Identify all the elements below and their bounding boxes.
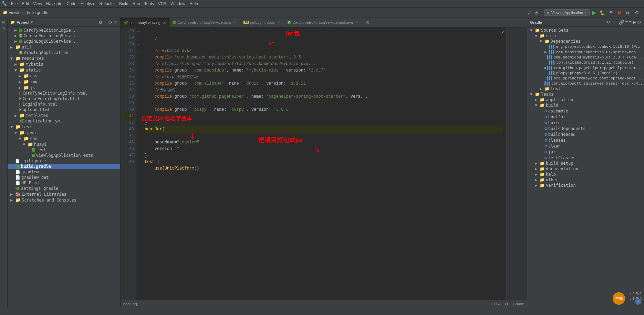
close-panel-icon[interactable]: ✕ — [114, 20, 117, 25]
gradle-task-build[interactable]: ⚙ build — [527, 120, 644, 126]
menu-tools[interactable]: Tools — [142, 1, 156, 7]
gradle-item-other[interactable]: ▶ 📁 other — [527, 177, 644, 183]
gradle-item-dependencies[interactable]: ▼ 📁 Dependencies — [527, 39, 644, 44]
menu-build[interactable]: Build — [117, 1, 131, 7]
tree-item-loginhtml[interactable]: H LoginInfo.html — [8, 101, 120, 107]
tab-getlogin[interactable]: JS getLoginInfo.js ✕ — [240, 18, 284, 27]
tree-item-cardtype[interactable]: ▶ I CardTypeEditorLogSe... — [8, 28, 120, 33]
sync-icon[interactable]: ⚙ — [98, 20, 103, 25]
tree-item-applicationyml[interactable]: 🌿 application.yml — [8, 118, 120, 124]
tree-item-coursehtml[interactable]: H CourseEdiorLogInfo.html — [8, 96, 120, 101]
gradle-item-build-folder[interactable]: ▼ 📁 build — [527, 102, 644, 108]
tree-item-java[interactable]: ▼ 📁 java — [8, 130, 120, 135]
settings-tree-icon[interactable]: ⚙ — [108, 20, 112, 25]
tree-item-static[interactable]: ▼ 📁 static — [8, 67, 120, 73]
gradle-task-jar[interactable]: ⚙ jar — [527, 149, 644, 155]
gradle-item-test-ss[interactable]: ▶ 📁 test — [527, 86, 644, 91]
gradle-item-documentation[interactable]: ▶ 📁 documentation — [527, 166, 644, 172]
menu-vcs[interactable]: VCS — [156, 1, 169, 7]
gradle-item-verification[interactable]: ▶ 📁 verification — [527, 183, 644, 188]
strip-icon-2[interactable]: ✎ — [1, 26, 6, 32]
tree-item-gradlewbat[interactable]: 📄 gradlew.bat — [8, 175, 120, 180]
tab-close-4[interactable]: ✕ — [355, 20, 359, 25]
menu-code[interactable]: Code — [64, 1, 79, 7]
gradle-dep-8[interactable]: ▌▌▌ com.microsoft.sqlserver:mssql-jdbc:7… — [527, 81, 644, 86]
tab-cardtype-impl[interactable]: C CardTypeEditorLogServiceImpl.java ✕ — [284, 18, 362, 27]
menu-help[interactable]: Help — [187, 1, 200, 7]
tree-item-testclass[interactable]: C test — [8, 147, 120, 153]
menu-analyze[interactable]: Analyze — [79, 1, 97, 7]
tab-more-count[interactable]: »6 — [362, 18, 372, 27]
menu-window[interactable]: Window — [168, 1, 187, 7]
gradle-item-build-setup[interactable]: ▶ 📁 build setup — [527, 161, 644, 166]
tree-item-settingsgradle[interactable]: 🌿 settings.gradle — [8, 186, 120, 191]
gradle-collapse-icon[interactable]: ≡ — [629, 20, 632, 25]
tab-close-2[interactable]: ✕ — [233, 20, 236, 25]
tree-item-com[interactable]: ▼ 📁 com — [8, 135, 120, 141]
gradle-task-builddependents[interactable]: ⚙ buildDependents — [527, 126, 644, 131]
breadcrumb-viewlog[interactable]: viewlog — [9, 10, 23, 15]
gradle-dep-3[interactable]: ▌▌▌ com.baomidou:mybatis-plus:2.0.7 (Com… — [527, 55, 644, 60]
gradle-dep-7[interactable]: ▌▌▌ org.springframework.boot:spring-boot… — [527, 76, 644, 81]
gradle-item-source-sets[interactable]: ▼ 📁 Source Sets — [527, 28, 644, 33]
tree-item-img[interactable]: ▶ 📁 img — [8, 79, 120, 85]
project-title-arrow[interactable]: ▾ — [31, 20, 33, 24]
tree-item-templates[interactable]: ▶ 📁 templates — [8, 112, 120, 118]
menu-file[interactable]: File — [9, 1, 20, 7]
menu-view[interactable]: View — [31, 1, 44, 7]
gradle-task-clean[interactable]: ⚙ clean — [527, 143, 644, 149]
tab-com-huayi[interactable]: 🌿 com.huayi.viewlog ✕ — [121, 18, 170, 27]
more-button[interactable]: ≫ — [624, 10, 631, 15]
gradle-dep-6[interactable]: ▌▌▌ p6spy:p6spy:3.8.6 (Compile) — [527, 70, 644, 76]
tree-item-loginlog[interactable]: ▶ I LoginLog2019Service... — [8, 39, 120, 44]
tree-item-mybatis[interactable]: ▶ 📁 mybatis — [8, 61, 120, 67]
status-encoding[interactable]: UTF-8 — [491, 302, 501, 306]
gradle-task-buildneeded[interactable]: ⚙ buildNeeded — [527, 131, 644, 137]
gradle-task-classes[interactable]: ⚙ classes — [527, 137, 644, 143]
tree-item-uploadhtml[interactable]: H upload.html — [8, 107, 120, 112]
gradle-link-icon[interactable]: 🔗 — [619, 20, 624, 25]
gradle-item-main[interactable]: ▼ 📁 main — [527, 33, 644, 39]
status-line-ending[interactable]: LF — [505, 302, 509, 306]
network-refresh-icon[interactable]: + — [635, 298, 641, 305]
menu-edit[interactable]: Edit — [20, 1, 31, 7]
tree-item-buildgradle[interactable]: 🌿 build.gradle — [8, 164, 120, 169]
gradle-minus-icon[interactable]: − — [615, 20, 618, 25]
gradle-refresh-icon[interactable]: ↺ — [607, 20, 611, 25]
gradle-task-bootjar[interactable]: ⚙ bootJar — [527, 114, 644, 120]
strip-icon-1[interactable]: ⊞ — [1, 19, 6, 25]
tree-item-gradlew[interactable]: 📄 gradlew — [8, 169, 120, 175]
menu-run[interactable]: Run — [131, 1, 142, 7]
gradle-expand-icon[interactable]: ≡ — [625, 20, 628, 25]
gradle-task-testclasses[interactable]: ⚙ testClasses — [527, 155, 644, 161]
code-content[interactable]: } // mybatis plus compile 'com.baomidou:… — [141, 28, 506, 300]
run-config-selector[interactable]: ▶ ViewlogApplication ▾ — [544, 9, 590, 16]
debug-button[interactable]: 🐛 — [599, 10, 606, 15]
menu-refactor[interactable]: Refactor — [97, 1, 117, 7]
restore-icon[interactable]: 🗗 — [534, 9, 541, 16]
tree-item-scratches[interactable]: ▶ 📁 Scratches and Consoles — [8, 197, 120, 203]
collapse-icon[interactable]: − — [104, 20, 107, 25]
gradle-dep-4[interactable]: ▌▌▌ com.alibaba:druid:1.1.21 (Compile) — [527, 60, 644, 65]
gradle-task-assemble[interactable]: ⚙ assemble — [527, 108, 644, 114]
run-button[interactable]: ▶ — [591, 9, 597, 16]
gradle-run-icon[interactable]: ▶ — [633, 20, 636, 25]
tree-item-huayi[interactable]: ▼ 📁 huayi — [8, 141, 120, 147]
gradle-dep-2[interactable]: ▶ ▌▌▌ com.baomidou:mybatisplus-spring-bo… — [527, 49, 644, 55]
gradle-add-icon[interactable]: + — [612, 20, 614, 25]
tree-item-test[interactable]: ▼ 📁 test — [8, 124, 120, 130]
gradle-item-tasks[interactable]: ▼ 📁 Tasks — [527, 91, 644, 97]
gradle-dep-1[interactable]: ▌▌▌ org.projectlombok:lombok:1.18.10 (Pr… — [527, 44, 644, 49]
tree-item-cardtypehtml[interactable]: H CardTypeEditorLogInfo.html — [8, 90, 120, 96]
status-build-system[interactable]: Gradle — [513, 302, 524, 306]
gradle-item-help[interactable]: ▶ 📁 help — [527, 172, 644, 177]
expand-icon[interactable]: ⤢ — [526, 9, 533, 16]
tree-item-css[interactable]: ▶ 📁 css — [8, 73, 120, 79]
tree-item-helpmd[interactable]: 📄 HELP.md — [8, 180, 120, 186]
tree-item-viewlogapp[interactable]: C ViewlogApplication — [8, 50, 120, 55]
settings-button[interactable]: ⚙ — [633, 10, 641, 15]
gradle-item-application[interactable]: ▶ 📁 application — [527, 97, 644, 102]
tree-item-extlibs[interactable]: ▶ 📚 External Libraries — [8, 191, 120, 197]
menu-navigate[interactable]: Navigate — [44, 1, 64, 7]
breadcrumb-gradle[interactable]: build.gradle — [27, 10, 48, 15]
